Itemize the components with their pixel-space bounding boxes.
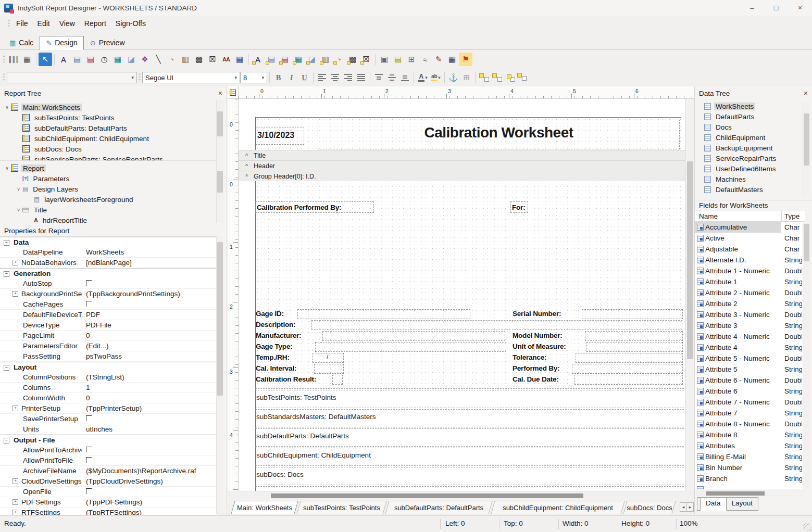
align-justify-button[interactable] — [355, 71, 368, 84]
data-field-box[interactable] — [582, 309, 683, 319]
property-row[interactable]: AllowPrintToFile — [0, 455, 217, 466]
label-tool-icon[interactable]: A — [57, 53, 70, 66]
collapse-caret-icon[interactable]: ^ — [245, 153, 254, 159]
subreport-band[interactable]: subDefaultParts: DefaultParts — [255, 427, 684, 446]
properties-scrollbar[interactable] — [216, 236, 223, 514]
property-value[interactable]: (Edit...) — [82, 342, 217, 350]
property-value[interactable]: psTwoPass — [82, 352, 217, 360]
tree-item[interactable]: ∨Main: WorkSheets — [0, 102, 217, 112]
tree-item[interactable]: subServiceRepParts: ServiceRepairParts — [0, 154, 217, 160]
dbtext-tool-icon[interactable]: A — [251, 53, 265, 66]
data-tree-item[interactable]: ChildEquipment — [695, 132, 802, 143]
toolbar-grip[interactable] — [3, 73, 5, 82]
highlight-color-button[interactable]: ab ▾ — [429, 71, 442, 84]
valign-middle-button[interactable] — [385, 71, 398, 84]
tab-layout[interactable]: Layout — [727, 497, 759, 511]
data-field-box[interactable] — [311, 320, 682, 330]
subreport-band[interactable]: subChildEquipment: ChildEquipment — [255, 446, 684, 465]
field-row[interactable]: Attribute 3 - NumericDouble — [695, 309, 805, 320]
property-value[interactable]: (TppPrinterSetup) — [82, 404, 217, 412]
field-row[interactable]: Attribute 2 - NumericDouble — [695, 287, 805, 298]
property-value[interactable]: (TppRTFSettings) — [82, 509, 217, 515]
menu-grip[interactable] — [8, 19, 10, 28]
italic-button[interactable]: I — [285, 71, 298, 84]
expander-icon[interactable]: ∨ — [15, 186, 22, 192]
property-row[interactable]: ArchiveFileName($MyDocuments)\ReportArch… — [0, 466, 217, 476]
expand-icon[interactable]: + — [13, 291, 18, 297]
column-divider[interactable] — [781, 211, 782, 221]
field-row[interactable]: Attribute 4 - NumericDouble — [695, 331, 805, 342]
fields-horizontal-scrollbar[interactable] — [696, 490, 805, 497]
checkbox-unchecked-icon[interactable] — [86, 457, 92, 463]
bold-button[interactable]: B — [272, 71, 285, 84]
property-group-outputfile[interactable]: −Output - File — [0, 435, 217, 445]
data-field-box[interactable] — [586, 342, 683, 352]
checkbox-unchecked-icon[interactable] — [86, 280, 92, 286]
data-field-box[interactable] — [572, 364, 683, 374]
property-row[interactable]: ParametersEditor(Edit...) — [0, 341, 217, 351]
property-row[interactable]: PassSettingpsTwoPass — [0, 351, 217, 362]
canvas-horizontal-scrollbar[interactable] — [239, 491, 685, 501]
property-row[interactable]: AllowPrintToArchive — [0, 445, 217, 455]
data-tree-item[interactable]: ServiceRepairParts — [695, 153, 802, 163]
valign-top-button[interactable] — [372, 71, 385, 84]
region-tool-icon[interactable]: ▣ — [378, 53, 391, 66]
checkbox-unchecked-icon[interactable] — [86, 488, 92, 494]
align-right-button[interactable] — [342, 71, 355, 84]
property-value[interactable] — [82, 446, 217, 454]
tree-item[interactable]: subChildEquipment: ChildEquipment — [0, 133, 217, 144]
property-value[interactable]: 1 — [82, 384, 217, 391]
fontsize-tool-icon[interactable]: AA — [219, 53, 233, 66]
stylebrush-tool-icon[interactable]: ✎ — [432, 53, 445, 66]
tree-item[interactable]: subDefaultParts: DefaultParts — [0, 123, 217, 133]
dbcheckbox-tool-icon[interactable]: ☒ — [359, 53, 373, 66]
tab-preview[interactable]: ⊙Preview — [84, 36, 131, 50]
property-row[interactable]: +PDFSettings(TppPDFSettings) — [0, 497, 217, 508]
field-row[interactable]: Alternate I.D.String — [695, 255, 805, 265]
data-field-box[interactable] — [576, 353, 683, 363]
field-row[interactable]: Attribute 6 - NumericDouble — [695, 375, 805, 386]
checkbox-tool-icon[interactable]: ☒ — [206, 53, 219, 66]
field-row[interactable]: Attribute 1 - NumericDouble — [695, 265, 805, 276]
property-value[interactable] — [82, 300, 217, 308]
align-center-button[interactable] — [329, 71, 342, 84]
tab-scroll-right-icon[interactable]: ▸ — [686, 502, 694, 512]
data-tree-item[interactable]: BackupEquipment — [695, 143, 802, 153]
tree-item[interactable]: ∨▤Design Layers — [0, 184, 217, 194]
field-row[interactable] — [695, 484, 805, 489]
performed-by-label[interactable]: Calibration Performed By: — [255, 201, 374, 213]
property-row[interactable]: +NoDataBehaviors[ndBlankPage] — [0, 258, 217, 268]
table-tool-icon[interactable]: ▦ — [233, 53, 246, 66]
collapse-caret-icon[interactable]: ^ — [245, 173, 254, 180]
subreport-band[interactable]: subTestPoints: TestPoints — [255, 388, 684, 408]
field-row[interactable]: AttributesString — [695, 440, 805, 451]
property-value[interactable]: (TppPDFSettings) — [82, 498, 217, 506]
field-row[interactable]: Attribute 7 - NumericDouble — [695, 397, 805, 408]
expander-icon[interactable]: ∨ — [3, 166, 11, 171]
font-combo[interactable]: Segoe UI ▾ — [142, 72, 240, 83]
tab-calc[interactable]: ▦Calc — [3, 36, 40, 50]
checkbox-unchecked-icon[interactable] — [86, 415, 92, 421]
property-row[interactable]: +RTFSettings(TppRTFSettings) — [0, 508, 217, 515]
menu-file[interactable]: File — [11, 19, 33, 28]
property-row[interactable]: AutoStop — [0, 278, 217, 289]
tree-item[interactable]: subTestPoints: TestPoints — [0, 112, 217, 123]
db2dbarcode-tool-icon[interactable]: ▩ — [346, 53, 359, 66]
property-row[interactable]: CachePages — [0, 299, 217, 310]
close-icon[interactable]: × — [804, 89, 808, 97]
tree-item[interactable]: ∨Report — [0, 163, 217, 173]
property-row[interactable]: DeviceTypePDFFile — [0, 320, 217, 331]
property-row[interactable]: OpenFile — [0, 487, 217, 497]
tab-scroll-left-icon[interactable]: ◂ — [680, 502, 687, 512]
data-tree-scrollbar[interactable] — [803, 102, 810, 197]
image-tool-icon[interactable]: ◪ — [124, 53, 138, 66]
property-row[interactable]: UnitsutInches — [0, 424, 217, 435]
field-row[interactable]: Attribute 8String — [695, 429, 805, 440]
collapse-icon[interactable]: − — [4, 240, 9, 246]
field-row[interactable]: AccumulativeChar — [695, 222, 805, 233]
band-divider-2[interactable]: ^Group Header[0]: I.D. — [239, 171, 685, 181]
property-row[interactable]: DataPipelineWorkSheets — [0, 247, 217, 258]
crosstab-tool-icon[interactable]: ⊞ — [405, 53, 418, 66]
tree-item[interactable]: ▤layerWorksheetsForeground — [0, 194, 217, 205]
field-row[interactable]: Attribute 4String — [695, 342, 805, 353]
